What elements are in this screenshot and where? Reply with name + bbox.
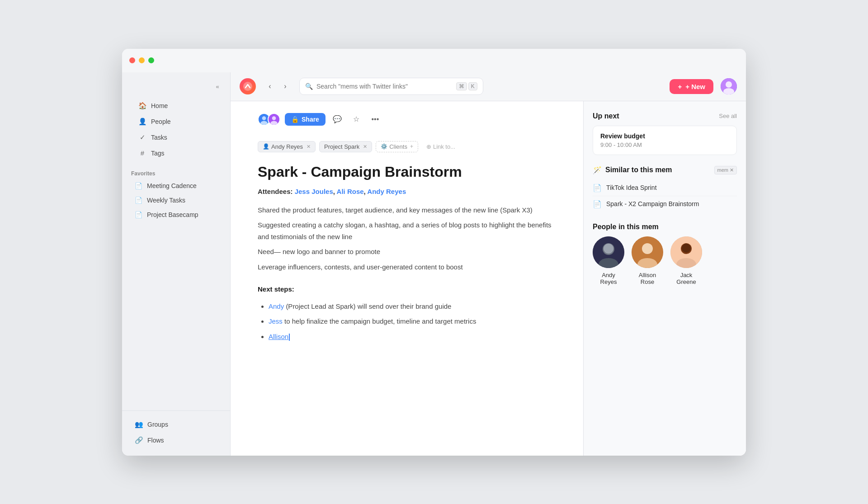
doc-title: Spark - Campaign Brainstorm	[258, 163, 556, 180]
link-label: Link to...	[433, 143, 455, 150]
avatar-jack-greene	[670, 236, 702, 268]
tag-label: Project Spark	[324, 143, 359, 150]
close-button[interactable]	[129, 57, 135, 63]
person-tag-icon: 👤	[263, 143, 269, 150]
sidebar-item-meeting-cadence[interactable]: 📄 Meeting Cadence	[126, 179, 226, 193]
similar-item-2[interactable]: 📄 Spark - X2 Campaign Brainstorm	[593, 196, 737, 212]
next-step-1: Andy (Project Lead at Spark) will send o…	[269, 301, 556, 312]
similar-item-label-1: TikTok Idea Sprint	[606, 184, 657, 191]
tag-andy-reyes[interactable]: 👤 Andy Reyes ✕	[258, 141, 316, 152]
similar-title: Similar to this mem	[605, 166, 672, 174]
sidebar-item-weekly-tasks[interactable]: 📄 Weekly Tasks	[126, 193, 226, 207]
star-button[interactable]: ☆	[349, 112, 363, 127]
up-next-card[interactable]: Review budget 9:00 - 10:00 AM	[593, 126, 737, 155]
star-icon: ☆	[353, 115, 359, 123]
share-label: Share	[302, 116, 319, 123]
link-andy[interactable]: Andy	[269, 302, 284, 310]
sidebar-item-flows[interactable]: 🔗 Flows	[126, 433, 226, 448]
sidebar-item-tasks[interactable]: ✓ Tasks	[129, 130, 223, 145]
forward-button[interactable]: ›	[278, 80, 292, 93]
similar-title-row: 🪄 Similar to this mem	[593, 166, 672, 174]
share-button[interactable]: 🔒 Share	[285, 113, 326, 126]
attendee-andy[interactable]: Andy Reyes	[367, 188, 406, 195]
new-button[interactable]: + + New	[670, 79, 713, 94]
attendee-jess[interactable]: Jess Joules	[295, 188, 333, 195]
sidebar-fav-label: Project Basecamp	[147, 211, 198, 218]
text-cursor	[289, 334, 290, 341]
sidebar-item-home[interactable]: 🏠 Home	[129, 98, 223, 113]
tag-link-to[interactable]: ⊕ Link to...	[422, 141, 460, 152]
person-allison-rose[interactable]: Allison Rose	[632, 236, 663, 285]
sidebar-bottom: 👥 Groups 🔗 Flows	[122, 410, 230, 448]
ellipsis-icon: •••	[372, 115, 379, 123]
tag-project-spark[interactable]: Project Spark ✕	[319, 141, 372, 152]
lock-icon: 🔒	[291, 116, 299, 123]
titlebar	[122, 49, 746, 72]
next-step-2: Jess to help finalize the campaign budge…	[269, 316, 556, 327]
user-avatar[interactable]	[721, 78, 737, 94]
right-panel: Up next See all Review budget 9:00 - 10:…	[583, 101, 746, 456]
up-next-card-title: Review budget	[600, 132, 729, 140]
sidebar-item-people[interactable]: 👤 People	[129, 114, 223, 129]
doc-icon: 📄	[135, 182, 142, 189]
main-content: ‹ › 🔍 ⌘ K + + New	[231, 72, 746, 456]
tag-remove[interactable]: ✕	[307, 144, 311, 150]
doc-attendees: Attendees: Jess Joules, Ali Rose, Andy R…	[258, 188, 556, 195]
doc-body: Shared the product features, target audi…	[258, 204, 556, 343]
k-key: K	[468, 82, 477, 90]
svg-point-20	[682, 244, 691, 253]
people-icon: 👤	[138, 118, 146, 126]
attendee-ali[interactable]: Ali Rose	[337, 188, 364, 195]
search-icon: 🔍	[305, 83, 313, 90]
people-section: People in this mem	[593, 223, 737, 285]
next-steps-heading: Next steps:	[258, 283, 556, 295]
back-button[interactable]: ‹	[263, 80, 277, 93]
sidebar-item-label: Groups	[147, 421, 168, 428]
more-options-button[interactable]: •••	[368, 112, 382, 127]
person-name-andy: Andy Reyes	[600, 272, 617, 285]
mem-badge[interactable]: mem ✕	[714, 166, 737, 174]
similar-item-1[interactable]: 📄 TikTok Idea Sprint	[593, 180, 737, 196]
avatar-allison-rose	[632, 236, 663, 268]
sidebar-fav-label: Weekly Tasks	[147, 197, 185, 204]
see-all-link[interactable]: See all	[719, 113, 737, 119]
body-line-2: Suggested creating a catchy slogan, a ha…	[258, 219, 556, 242]
search-bar[interactable]: 🔍 ⌘ K	[299, 78, 483, 95]
doc-icon-1: 📄	[593, 184, 602, 192]
sidebar-item-tags[interactable]: # Tags	[129, 146, 223, 161]
new-button-label: + New	[685, 83, 705, 90]
tag-clients[interactable]: ⚙️ Clients +	[376, 141, 418, 152]
search-input[interactable]	[316, 83, 453, 90]
doc-icon: 📄	[135, 197, 142, 204]
person-jack-greene[interactable]: Jack Greene	[670, 236, 702, 285]
plus-icon: +	[678, 83, 682, 90]
collaborator-avatars	[258, 113, 280, 126]
next-step-3: Allison	[269, 331, 556, 343]
sidebar-item-label: Home	[151, 102, 168, 109]
link-jess[interactable]: Jess	[269, 317, 283, 325]
svg-point-6	[260, 121, 267, 125]
fullscreen-button[interactable]	[148, 57, 154, 63]
people-header: People in this mem	[593, 223, 737, 231]
minimize-button[interactable]	[139, 57, 145, 63]
tag-remove[interactable]: ✕	[363, 144, 367, 150]
link-allison[interactable]: Allison	[269, 333, 288, 340]
comment-icon: 💬	[333, 115, 342, 123]
topbar: ‹ › 🔍 ⌘ K + + New	[231, 72, 746, 101]
sidebar-collapse-button[interactable]: «	[210, 80, 225, 94]
keyboard-shortcut: ⌘ K	[456, 82, 477, 90]
tags-icon: #	[138, 149, 146, 157]
content-area: 🔒 Share 💬 ☆ •••	[231, 101, 746, 456]
people-title: People in this mem	[593, 223, 659, 231]
body-line-1: Shared the product features, target audi…	[258, 204, 556, 216]
svg-point-2	[726, 81, 732, 88]
tag-row: 👤 Andy Reyes ✕ Project Spark ✕ ⚙️ Client…	[258, 141, 556, 152]
comment-button[interactable]: 💬	[330, 112, 344, 127]
sidebar-item-project-basecamp[interactable]: 📄 Project Basecamp	[126, 208, 226, 221]
person-andy-reyes[interactable]: Andy Reyes	[593, 236, 624, 285]
tag-icon: ⚙️	[381, 143, 387, 150]
doc-area: 🔒 Share 💬 ☆ •••	[231, 101, 583, 456]
similar-item-label-2: Spark - X2 Campaign Brainstorm	[606, 200, 699, 207]
sidebar-item-label: Tags	[151, 150, 165, 157]
sidebar-item-groups[interactable]: 👥 Groups	[126, 417, 226, 432]
